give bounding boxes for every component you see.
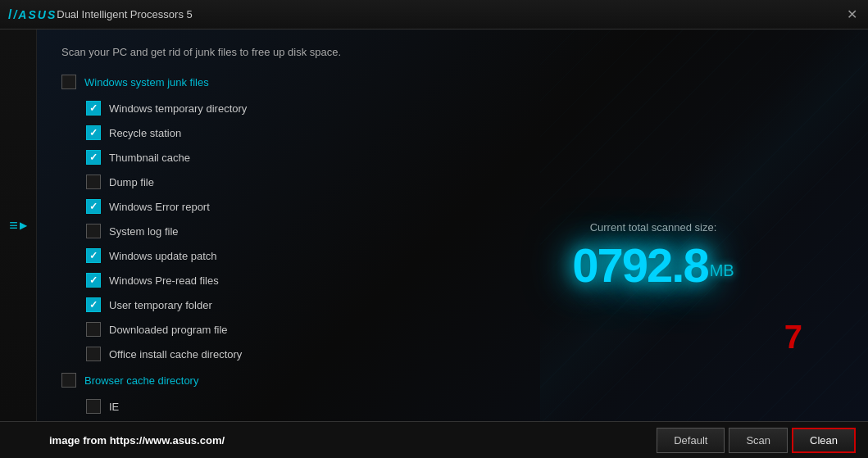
item-checkbox-office[interactable] xyxy=(86,347,101,361)
bottom-bar: image from https://www.asus.com/ Default… xyxy=(0,421,868,458)
item-checkbox-usertmp[interactable]: ✓ xyxy=(86,297,101,312)
item-checkbox-error[interactable]: ✓ xyxy=(86,199,101,214)
item-checkbox-download[interactable] xyxy=(86,322,101,337)
item-checkbox-dump[interactable] xyxy=(86,175,101,189)
titlebar: / /ASUS Dual Intelligent Processors 5 ✕ xyxy=(0,0,868,29)
item-checkbox-thumbnail[interactable]: ✓ xyxy=(86,150,101,165)
windows-category-checkbox[interactable] xyxy=(61,75,76,89)
asus-slash-icon: / xyxy=(8,7,11,22)
list-item: ✓ Windows Pre-read files xyxy=(86,268,430,292)
sidebar: ≡ ▶ xyxy=(0,29,37,421)
menu-icon: ≡ xyxy=(9,217,18,234)
item-label-dump: Dump file xyxy=(109,176,154,188)
check-icon: ✓ xyxy=(89,274,98,286)
item-label-syslog: System log file xyxy=(109,225,179,238)
check-icon: ✓ xyxy=(89,102,98,114)
browser-category-header: Browser cache directory xyxy=(61,373,430,388)
right-column: Current total scanned size: 0792.8MB xyxy=(463,75,843,419)
browser-category-label[interactable]: Browser cache directory xyxy=(84,374,198,387)
number-badge: 7 xyxy=(784,319,802,356)
main-content: Scan your PC and get rid of junk files t… xyxy=(37,29,868,421)
asus-logo: / /ASUS xyxy=(8,7,57,22)
watermark-text: image from https://www.asus.com/ xyxy=(49,434,225,447)
item-label-thumbnail: Thumbnail cache xyxy=(109,152,190,164)
scan-button[interactable]: Scan xyxy=(729,428,788,453)
item-checkbox-recycle[interactable]: ✓ xyxy=(86,125,101,140)
item-label-usertmp: User temporary folder xyxy=(109,299,212,311)
check-icon: ✓ xyxy=(89,250,98,261)
sidebar-arrow-icon: ▶ xyxy=(20,220,27,231)
windows-sub-items: ✓ Windows temporary directory ✓ Recycle … xyxy=(86,96,430,366)
list-item: ✓ Windows temporary directory xyxy=(86,96,430,120)
list-item: ✓ Windows update patch xyxy=(86,243,430,268)
subtitle-text: Scan your PC and get rid of junk files t… xyxy=(61,46,843,58)
scanned-label: Current total scanned size: xyxy=(590,221,717,234)
check-icon: ✓ xyxy=(89,152,98,163)
browser-category-checkbox[interactable] xyxy=(61,373,76,388)
list-item: ✓ User temporary folder xyxy=(86,292,430,317)
clean-button[interactable]: Clean xyxy=(792,428,856,453)
sidebar-menu-button[interactable]: ≡ ▶ xyxy=(9,217,27,234)
check-icon: ✓ xyxy=(89,127,98,138)
item-label-update: Windows update patch xyxy=(109,250,217,262)
list-item: Dump file xyxy=(86,170,430,194)
bottom-buttons: Default Scan Clean xyxy=(657,428,856,453)
item-label-error: Windows Error report xyxy=(109,201,210,213)
item-checkbox-syslog[interactable] xyxy=(86,224,101,238)
item-checkbox-windows-temp[interactable]: ✓ xyxy=(86,101,101,116)
default-button[interactable]: Default xyxy=(657,428,725,453)
asus-brand: /ASUS xyxy=(13,8,57,21)
scanned-unit: MB xyxy=(710,261,734,279)
list-item: Downloaded program file xyxy=(86,317,430,342)
list-item: IE xyxy=(86,394,430,419)
item-label-ie: IE xyxy=(109,401,119,413)
list-item: System log file xyxy=(86,219,430,243)
item-label-preread: Windows Pre-read files xyxy=(109,274,219,287)
scanned-value: 0792.8 xyxy=(572,238,707,292)
browser-sub-items: IE xyxy=(86,394,430,419)
check-icon: ✓ xyxy=(89,201,98,212)
item-label-recycle: Recycle station xyxy=(109,127,181,139)
left-column: Windows system junk files ✓ Windows temp… xyxy=(61,75,430,419)
list-item: Office install cache directory xyxy=(86,342,430,366)
item-label-office: Office install cache directory xyxy=(109,348,242,361)
list-item: ✓ Recycle station xyxy=(86,120,430,145)
item-label-windows-temp: Windows temporary directory xyxy=(109,102,247,115)
windows-category-label[interactable]: Windows system junk files xyxy=(84,76,209,88)
item-checkbox-preread[interactable]: ✓ xyxy=(86,273,101,288)
item-checkbox-update[interactable]: ✓ xyxy=(86,248,101,263)
app-title: Dual Intelligent Processors 5 xyxy=(57,8,192,20)
item-checkbox-ie[interactable] xyxy=(86,399,101,414)
check-icon: ✓ xyxy=(89,299,98,311)
list-item: ✓ Thumbnail cache xyxy=(86,145,430,170)
close-button[interactable]: ✕ xyxy=(843,7,860,23)
items-container: Windows system junk files ✓ Windows temp… xyxy=(61,75,843,419)
windows-category-header: Windows system junk files xyxy=(61,75,430,89)
item-label-download: Downloaded program file xyxy=(109,324,228,336)
list-item: ✓ Windows Error report xyxy=(86,194,430,219)
scanned-value-container: 0792.8MB xyxy=(572,242,734,289)
